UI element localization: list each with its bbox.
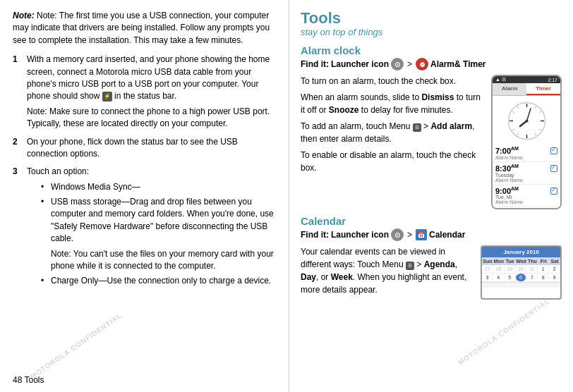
cal-cell: 9	[549, 274, 560, 282]
clock-display	[493, 96, 560, 143]
calendar-section: Calendar Find it: Launcher icon ⊙ > 📅 Ca…	[301, 215, 562, 300]
calendar-grid: 27 28 29 30 31 1 2 3 4 5 6 7 8 9	[482, 265, 560, 282]
alarm-checkbox[interactable]	[550, 165, 557, 172]
cal-cell: 31	[526, 265, 538, 274]
svg-point-15	[525, 120, 528, 123]
cal-cell: 4	[493, 274, 505, 282]
watermark-right: MOTOROLA CONFIDENTIAL	[457, 297, 551, 366]
cal-cell: 27	[482, 265, 493, 274]
alarm-checkbox[interactable]	[550, 147, 557, 154]
phone-tabs: Alarm Timer	[493, 83, 560, 96]
calendar-title: Calendar	[301, 215, 562, 227]
find-it-alarm: Find it: Launcher icon ⊙ > ⏰ Alarm& Time…	[301, 58, 562, 71]
calendar-content: Your calendar events can be viewed in di…	[301, 245, 562, 300]
list-item: 3 Touch an option: Windows Media Sync— U…	[13, 166, 276, 290]
tab-alarm[interactable]: Alarm	[493, 83, 526, 95]
find-it-calendar: Find it: Launcher icon ⊙ > 📅 Calendar	[301, 228, 562, 241]
cal-cell-today: 6	[516, 274, 527, 282]
alarm-timer-icon: ⏰	[416, 58, 428, 71]
cal-more-rows	[482, 282, 560, 288]
cal-cell: 7	[526, 274, 538, 282]
cal-cell: 2	[549, 265, 560, 274]
usb-icon: ⚡	[102, 92, 112, 102]
launcher-icon-cal: ⊙	[391, 228, 404, 241]
calendar-header: January 2010	[482, 247, 560, 257]
cal-cell: 1	[538, 265, 549, 274]
alarm-entry: 7:00AM Alarm Name	[495, 145, 557, 162]
calendar-days-header: Sun Mon Tue Wed Thu Fri Sat	[482, 257, 560, 265]
tab-timer[interactable]: Timer	[526, 83, 560, 95]
list-item: 1 With a memory card inserted, and your …	[13, 54, 276, 130]
alarm-list: 7:00AM Alarm Name 8:30AM Tuesday Alarm N…	[493, 143, 560, 208]
alarm-content: To turn on an alarm, touch the check box…	[301, 75, 562, 209]
alarm-clock-section: Alarm clock Find it: Launcher icon ⊙ > ⏰…	[301, 44, 562, 209]
list-item: Charge Only—Use the connection only to c…	[41, 275, 276, 287]
alarm-entry: 8:30AM Tuesday Alarm Name	[495, 162, 557, 185]
cal-cell: 8	[538, 274, 549, 282]
section-subtitle: stay on top of things	[301, 27, 562, 37]
calendar-icon: 📅	[416, 229, 427, 240]
alarm-clock-title: Alarm clock	[301, 44, 562, 56]
phone-alarm-mockup: ▲ ☰ 2:17 Alarm Timer	[491, 75, 562, 209]
launcher-icon: ⊙	[391, 58, 404, 71]
list-item: USB mass storage—Drag and drop files bet…	[41, 196, 276, 272]
bullet-list: Windows Media Sync— USB mass storage—Dra…	[41, 181, 276, 288]
cal-cell: 30	[516, 265, 527, 274]
left-column: Note: Note: The first time you use a USB…	[0, 0, 289, 392]
section-title: Tools	[301, 10, 562, 27]
note-intro: Note: Note: The first time you use a USB…	[13, 10, 276, 47]
alarm-entry: 9:00AM Tue, Mi Alarm Name	[495, 185, 557, 207]
list-item: 2 On your phone, flick down the status b…	[13, 136, 276, 161]
calendar-description: Your calendar events can be viewed in di…	[301, 245, 474, 300]
alarm-description: To turn on an alarm, touch the check box…	[301, 75, 483, 209]
list-item: Windows Media Sync—	[41, 181, 276, 193]
cal-cell: 5	[505, 274, 516, 282]
cal-cell: 28	[493, 265, 505, 274]
cal-cell: 3	[482, 274, 493, 282]
alarm-checkbox[interactable]	[550, 188, 557, 195]
phone-status-bar: ▲ ☰ 2:17	[493, 76, 560, 83]
page-footer: 48 Tools	[13, 375, 44, 385]
watermark-left: MOTOROLA CONFIDENTIAL	[29, 311, 123, 380]
cal-cell: 29	[505, 265, 516, 274]
right-column: Tools stay on top of things Alarm clock …	[289, 0, 573, 392]
calendar-mockup: January 2010 Sun Mon Tue Wed Thu Fri Sat…	[481, 245, 562, 300]
analog-clock	[507, 102, 546, 140]
